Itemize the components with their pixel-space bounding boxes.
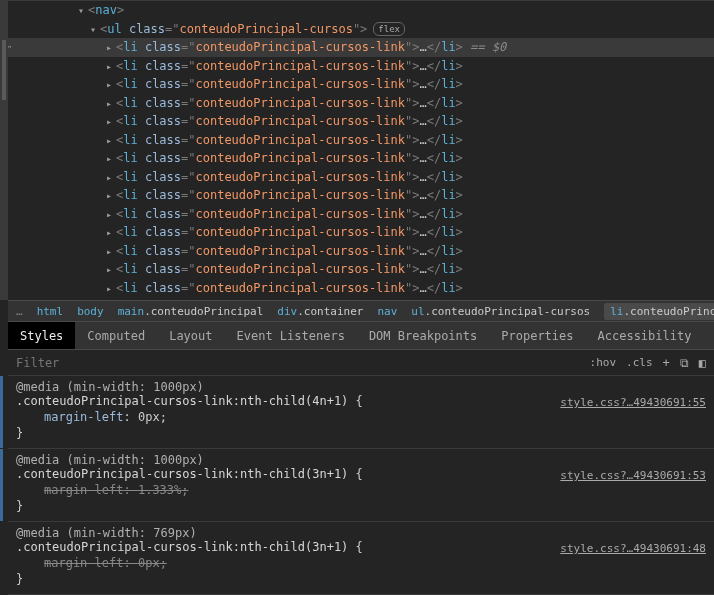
breadcrumb-item[interactable]: html xyxy=(37,305,64,318)
dom-node-li[interactable]: <li class="conteudoPrincipal-cursos-link… xyxy=(8,112,714,131)
tab-event-listeners[interactable]: Event Listeners xyxy=(225,322,357,349)
css-selector[interactable]: .conteudoPrincipal-cursos-link:nth-child… xyxy=(16,467,348,481)
tab-layout[interactable]: Layout xyxy=(157,322,224,349)
breadcrumb-item[interactable]: div.container xyxy=(277,305,363,318)
rule-marker xyxy=(0,449,3,521)
elements-tree-pane[interactable]: <nav> <ul class="conteudoPrincipal-curso… xyxy=(8,0,714,300)
dom-node-li[interactable]: <li class="conteudoPrincipal-cursos-link… xyxy=(8,131,714,150)
selected-indicator: == $0 xyxy=(470,40,506,54)
tab-dom-breakpoints[interactable]: DOM Breakpoints xyxy=(357,322,489,349)
expand-arrow-icon[interactable] xyxy=(106,57,116,77)
dom-node-li[interactable]: <li class="conteudoPrincipal-cursos-link… xyxy=(8,260,714,279)
flex-badge[interactable]: flex xyxy=(373,22,405,36)
css-selector[interactable]: .conteudoPrincipal-cursos-link:nth-child… xyxy=(16,540,348,554)
source-link[interactable]: style.css?…49430691:55 xyxy=(560,396,706,409)
media-query: @media (min-width: 769px) xyxy=(16,526,706,540)
expand-arrow-icon[interactable] xyxy=(106,205,116,225)
dom-node-li[interactable]: <li class="conteudoPrincipal-cursos-link… xyxy=(8,205,714,224)
dom-node-li[interactable]: <li class="conteudoPrincipal-cursos-link… xyxy=(8,94,714,113)
expand-arrow-icon[interactable] xyxy=(106,223,116,243)
dom-node-ul[interactable]: <ul class="conteudoPrincipal-cursos">fle… xyxy=(8,20,714,39)
css-declaration[interactable]: margin-left: 1.333%; xyxy=(16,481,706,499)
dom-node-nav[interactable]: <nav> xyxy=(8,1,714,20)
dom-node-li[interactable]: <li class="conteudoPrincipal-cursos-link… xyxy=(8,223,714,242)
dom-node-li[interactable]: <li class="conteudoPrincipal-cursos-link… xyxy=(8,38,714,57)
css-declaration[interactable]: margin-left: 0px; xyxy=(16,408,706,426)
breadcrumb-item[interactable]: body xyxy=(77,305,104,318)
expand-arrow-icon[interactable] xyxy=(106,131,116,151)
filter-bar: :hov .cls + ⧉ ◧ xyxy=(8,350,714,376)
rule-marker xyxy=(0,376,3,448)
expand-arrow-icon[interactable] xyxy=(106,94,116,114)
tab-accessibility[interactable]: Accessibility xyxy=(586,322,704,349)
hov-toggle[interactable]: :hov xyxy=(590,356,617,369)
breadcrumb-item[interactable]: … xyxy=(16,305,23,318)
css-declaration[interactable]: margin-left: 0px; xyxy=(16,554,706,572)
media-query: @media (min-width: 1000px) xyxy=(16,380,706,394)
expand-arrow-icon[interactable] xyxy=(106,38,116,58)
breadcrumb[interactable]: …htmlbodymain.conteudoPrincipaldiv.conta… xyxy=(8,300,714,322)
tab-properties[interactable]: Properties xyxy=(489,322,585,349)
styles-tabs: StylesComputedLayoutEvent ListenersDOM B… xyxy=(8,322,714,350)
expand-arrow-icon[interactable] xyxy=(106,149,116,169)
expand-arrow-icon[interactable] xyxy=(106,279,116,299)
source-link[interactable]: style.css?…49430691:53 xyxy=(560,469,706,482)
media-query: @media (min-width: 1000px) xyxy=(16,453,706,467)
expand-arrow-icon[interactable] xyxy=(106,168,116,188)
collapse-sidebar-icon[interactable]: ◧ xyxy=(699,356,706,370)
filter-input[interactable] xyxy=(16,356,590,370)
cls-toggle[interactable]: .cls xyxy=(626,356,653,369)
breadcrumb-item[interactable]: ul.conteudoPrincipal-cursos xyxy=(411,305,590,318)
tab-styles[interactable]: Styles xyxy=(8,322,75,349)
expand-arrow-icon[interactable] xyxy=(106,112,116,132)
expand-arrow-icon[interactable] xyxy=(106,242,116,262)
css-rule[interactable]: @media (min-width: 769px).conteudoPrinci… xyxy=(8,522,714,595)
expand-arrow-icon[interactable] xyxy=(106,75,116,95)
styles-panel: StylesComputedLayoutEvent ListenersDOM B… xyxy=(8,322,714,595)
dom-node-li[interactable]: <li class="conteudoPrincipal-cursos-link… xyxy=(8,75,714,94)
css-rule[interactable]: @media (min-width: 1000px).conteudoPrinc… xyxy=(8,449,714,522)
tab-computed[interactable]: Computed xyxy=(75,322,157,349)
breadcrumb-item[interactable]: main.conteudoPrincipal xyxy=(118,305,264,318)
breadcrumb-item[interactable]: li.conteudoPrinc xyxy=(604,303,714,320)
expand-arrow-icon[interactable] xyxy=(90,20,100,40)
expand-arrow-icon[interactable] xyxy=(78,1,88,21)
add-rule-icon[interactable]: + xyxy=(663,356,670,370)
css-rule[interactable]: @media (min-width: 1000px).conteudoPrinc… xyxy=(8,376,714,449)
css-selector[interactable]: .conteudoPrincipal-cursos-link:nth-child… xyxy=(16,394,348,408)
source-link[interactable]: style.css?…49430691:48 xyxy=(560,542,706,555)
scrollbar-gutter[interactable] xyxy=(0,0,8,300)
dom-node-li[interactable]: <li class="conteudoPrincipal-cursos-link… xyxy=(8,57,714,76)
breadcrumb-item[interactable]: nav xyxy=(377,305,397,318)
dom-node-li[interactable]: <li class="conteudoPrincipal-cursos-link… xyxy=(8,168,714,187)
dom-node-li[interactable]: <li class="conteudoPrincipal-cursos-link… xyxy=(8,186,714,205)
expand-arrow-icon[interactable] xyxy=(106,186,116,206)
dom-node-li[interactable]: <li class="conteudoPrincipal-cursos-link… xyxy=(8,279,714,298)
dom-node-li[interactable]: <li class="conteudoPrincipal-cursos-link… xyxy=(8,149,714,168)
computed-sidebar-icon[interactable]: ⧉ xyxy=(680,356,689,370)
dom-node-li[interactable]: <li class="conteudoPrincipal-cursos-link… xyxy=(8,242,714,261)
expand-arrow-icon[interactable] xyxy=(106,260,116,280)
